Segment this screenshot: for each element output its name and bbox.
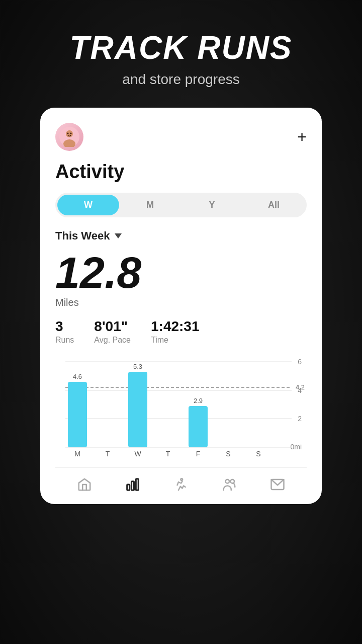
svg-rect-19 xyxy=(189,406,208,447)
svg-text:4.6: 4.6 xyxy=(73,373,82,380)
tab-all[interactable]: All xyxy=(243,195,305,215)
svg-text:5.3: 5.3 xyxy=(133,363,142,370)
svg-text:M: M xyxy=(74,450,80,457)
tab-month[interactable]: M xyxy=(119,195,181,215)
stat-time: 1:42:31 Time xyxy=(151,318,200,345)
svg-text:T: T xyxy=(166,450,170,457)
svg-text:4.2: 4.2 xyxy=(296,383,305,391)
svg-point-4 xyxy=(70,133,72,134)
stats-row: 3 Runs 8'01" Avg. Pace 1:42:31 Time xyxy=(55,318,307,345)
nav-activity[interactable] xyxy=(125,477,140,492)
activity-card: + Activity W M Y All This Week 12.8 Mile… xyxy=(40,108,322,504)
distance-value: 12.8 xyxy=(55,251,307,295)
chevron-down-icon xyxy=(115,233,122,238)
nav-group[interactable] xyxy=(222,477,237,492)
add-button[interactable]: + xyxy=(297,129,307,145)
svg-text:W: W xyxy=(134,450,141,457)
svg-text:2.9: 2.9 xyxy=(194,397,203,405)
svg-text:S: S xyxy=(256,450,260,457)
svg-text:6: 6 xyxy=(298,358,302,366)
activity-chart: 6 4 2 0mi 4.2 4.6 5.3 xyxy=(55,357,307,457)
svg-point-31 xyxy=(180,479,183,481)
svg-text:2: 2 xyxy=(298,415,302,423)
svg-rect-30 xyxy=(136,479,138,491)
stat-runs-value: 3 xyxy=(55,318,74,335)
svg-text:S: S xyxy=(226,450,230,457)
tab-week[interactable]: W xyxy=(57,195,119,215)
svg-rect-15 xyxy=(68,382,87,447)
svg-rect-17 xyxy=(128,372,147,447)
svg-rect-29 xyxy=(132,481,134,491)
nav-run[interactable] xyxy=(173,477,189,492)
page-subtitle: and store progress xyxy=(69,71,292,88)
stat-pace: 8'01" Avg. Pace xyxy=(94,318,131,345)
period-tabs: W M Y All xyxy=(55,193,307,217)
stat-runs-label: Runs xyxy=(55,336,74,345)
svg-point-32 xyxy=(226,479,230,484)
nav-home[interactable] xyxy=(77,477,92,492)
page-title: TRACK RUNS xyxy=(69,30,292,65)
bottom-nav xyxy=(55,467,307,504)
tab-year[interactable]: Y xyxy=(181,195,243,215)
nav-mail[interactable] xyxy=(270,477,285,492)
activity-title: Activity xyxy=(55,161,307,183)
svg-text:0mi: 0mi xyxy=(290,443,302,451)
distance-unit: Miles xyxy=(55,297,307,308)
svg-rect-28 xyxy=(127,485,130,490)
stat-time-value: 1:42:31 xyxy=(151,318,200,335)
stat-runs: 3 Runs xyxy=(55,318,74,345)
stat-time-label: Time xyxy=(151,336,200,345)
week-label: This Week xyxy=(55,229,110,243)
avatar[interactable] xyxy=(55,123,83,151)
svg-text:F: F xyxy=(196,450,201,457)
svg-text:T: T xyxy=(106,450,110,457)
week-selector[interactable]: This Week xyxy=(55,229,307,243)
svg-point-3 xyxy=(67,133,69,134)
stat-pace-value: 8'01" xyxy=(94,318,131,335)
stat-pace-label: Avg. Pace xyxy=(94,336,131,345)
